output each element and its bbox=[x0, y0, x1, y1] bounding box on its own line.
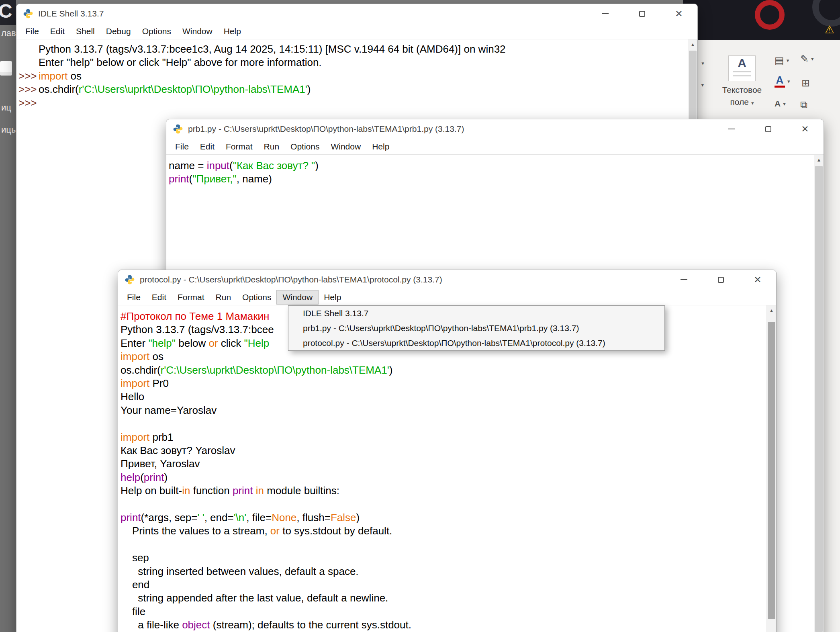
menu-item[interactable]: File bbox=[20, 25, 45, 38]
background-text-fragment: лав bbox=[1, 28, 16, 39]
code-token: help bbox=[121, 471, 140, 483]
font-color-icon: A bbox=[775, 75, 785, 88]
shell-prompt: >>> bbox=[16, 83, 39, 96]
code-token: Как Вас зовут? Yaroslav bbox=[121, 444, 235, 456]
menu-item[interactable]: Help bbox=[366, 140, 395, 153]
menu-item[interactable]: Run bbox=[258, 140, 285, 153]
code-token: os.chdir( bbox=[39, 83, 79, 95]
menu-item[interactable]: File bbox=[121, 290, 146, 304]
scroll-thumb[interactable] bbox=[815, 166, 823, 632]
code-token: "help" bbox=[148, 337, 176, 349]
code-token: name = bbox=[169, 160, 207, 172]
shell-text-area[interactable]: Python 3.13.7 (tags/v3.13.7:bcee1c3, Aug… bbox=[16, 39, 697, 110]
window-menu-item[interactable]: prb1.py - C:\Users\uprkt\Desktop\ПО\pyth… bbox=[288, 321, 664, 335]
titlebar[interactable]: IDLE Shell 3.13.7 ✕ bbox=[16, 4, 697, 23]
ribbon-font-button[interactable]: A▾ bbox=[775, 99, 786, 108]
menu-item[interactable]: Format bbox=[220, 140, 258, 153]
code-token: , name) bbox=[237, 173, 272, 185]
code-token: import bbox=[121, 377, 149, 389]
gray-ring-logo bbox=[812, 0, 840, 27]
color-bar-icon bbox=[775, 86, 785, 88]
menu-item[interactable]: Edit bbox=[194, 140, 220, 153]
ribbon-edit-button[interactable]: ✎▾ bbox=[800, 53, 813, 65]
menu-item[interactable]: File bbox=[170, 140, 194, 153]
code-token: import bbox=[39, 70, 67, 82]
menu-item[interactable]: Debug bbox=[100, 25, 137, 38]
menu-item[interactable]: Options bbox=[237, 290, 277, 304]
code-token: function bbox=[190, 485, 233, 497]
menu-item[interactable]: Help bbox=[318, 290, 347, 304]
protocol-editor-window: protocol.py - C:\Users\uprkt\Desktop\ПО\… bbox=[118, 270, 777, 632]
code-line: Prints the values to a stream, or to sys… bbox=[121, 524, 776, 538]
maximize-button[interactable] bbox=[702, 270, 739, 289]
minimize-button[interactable] bbox=[713, 119, 750, 139]
maximize-button[interactable] bbox=[750, 119, 787, 139]
window-menu-item[interactable]: IDLE Shell 3.13.7 bbox=[288, 306, 664, 321]
code-token: in bbox=[182, 485, 190, 497]
code-token: r'C:\Users\uprkt\Desktop\ПО\python-labs\… bbox=[161, 364, 389, 376]
ribbon-table-button[interactable]: ⊞ bbox=[801, 77, 810, 89]
close-button[interactable]: ✕ bbox=[787, 119, 824, 139]
pencil-icon: ✎ bbox=[800, 53, 809, 65]
code-token: string inserted between values, default … bbox=[121, 565, 359, 577]
menu-item[interactable]: Window bbox=[277, 290, 318, 304]
editor-text-area[interactable]: name = input("Как Вас зовут? ")print("Пр… bbox=[166, 155, 824, 186]
titlebar[interactable]: protocol.py - C:\Users\uprkt\Desktop\ПО\… bbox=[118, 270, 776, 289]
editor-text-area[interactable]: #Протокол по Теме 1 МамакинPython 3.13.7… bbox=[118, 305, 776, 632]
textbox-gallery-button[interactable]: A bbox=[728, 55, 756, 81]
close-button[interactable]: ✕ bbox=[660, 4, 697, 23]
vertical-scrollbar[interactable]: ▲ bbox=[766, 305, 776, 632]
chevron-down-icon: ▾ bbox=[811, 56, 814, 62]
maximize-icon bbox=[765, 126, 771, 132]
code-token: os bbox=[149, 350, 164, 362]
copy-icon: ⧉ bbox=[800, 99, 807, 111]
code-token: ( bbox=[229, 160, 233, 172]
menubar: FileEditShellDebugOptionsWindowHelp bbox=[16, 23, 697, 39]
code-line: import os bbox=[121, 350, 776, 363]
code-line: Enter "help" below or click "Help" above… bbox=[16, 56, 697, 69]
code-token: (stream); defaults to the current sys.st… bbox=[210, 619, 411, 631]
menu-item[interactable]: Run bbox=[210, 290, 237, 304]
menu-item[interactable]: Window bbox=[177, 25, 218, 38]
menu-item[interactable]: Help bbox=[218, 25, 247, 38]
ribbon-page-button[interactable]: ▤▾ bbox=[775, 55, 789, 66]
menu-item[interactable]: Window bbox=[325, 140, 366, 153]
menu-item[interactable]: Options bbox=[285, 140, 325, 153]
minimize-button[interactable] bbox=[587, 4, 623, 23]
chevron-down-icon: ▾ bbox=[787, 78, 790, 84]
code-line: help(print) bbox=[121, 471, 776, 484]
code-token: ) bbox=[389, 364, 393, 376]
code-token: to sys.stdout by default. bbox=[280, 525, 392, 537]
textbox-button-label: поле▾ bbox=[718, 97, 766, 107]
code-token: Enter bbox=[121, 337, 148, 349]
close-button[interactable]: ✕ bbox=[739, 270, 776, 289]
code-line: >>>import os bbox=[16, 70, 697, 83]
vertical-scrollbar[interactable]: ▲ bbox=[814, 155, 824, 632]
python-file-icon bbox=[125, 274, 135, 285]
code-line: string inserted between values, default … bbox=[121, 565, 776, 578]
code-token: Python 3.13.7 (tags/v3.13.7:bcee1c3, Aug… bbox=[39, 43, 506, 55]
code-line: string appended after the last value, de… bbox=[121, 591, 776, 605]
code-token: print bbox=[121, 511, 141, 524]
code-line: Your name=Yaroslav bbox=[121, 404, 776, 417]
window-menu-item[interactable]: protocol.py - C:\Users\uprkt\Desktop\ПО\… bbox=[288, 335, 664, 350]
menu-item[interactable]: Shell bbox=[70, 25, 100, 38]
minimize-button[interactable] bbox=[665, 270, 702, 289]
ribbon-copy-button[interactable]: ⧉ bbox=[800, 99, 807, 111]
code-token: "Привет," bbox=[192, 173, 237, 185]
font-color-button[interactable]: A ▾ bbox=[775, 75, 790, 88]
code-line bbox=[121, 417, 776, 430]
scroll-up-icon[interactable]: ▲ bbox=[814, 155, 824, 165]
code-line bbox=[121, 538, 776, 551]
menu-item[interactable]: Edit bbox=[146, 290, 172, 304]
menu-item[interactable]: Options bbox=[137, 25, 177, 38]
code-line: print("Привет,", name) bbox=[169, 172, 824, 186]
scroll-thumb[interactable] bbox=[768, 322, 775, 619]
page-icon: ▤ bbox=[775, 55, 784, 66]
scroll-up-icon[interactable]: ▲ bbox=[767, 305, 776, 316]
menu-item[interactable]: Format bbox=[172, 290, 210, 304]
scroll-up-icon[interactable]: ▲ bbox=[688, 39, 697, 50]
titlebar[interactable]: prb1.py - C:\Users\uprkt\Desktop\ПО\pyth… bbox=[166, 119, 824, 139]
maximize-button[interactable] bbox=[623, 4, 660, 23]
menu-item[interactable]: Edit bbox=[45, 25, 70, 38]
